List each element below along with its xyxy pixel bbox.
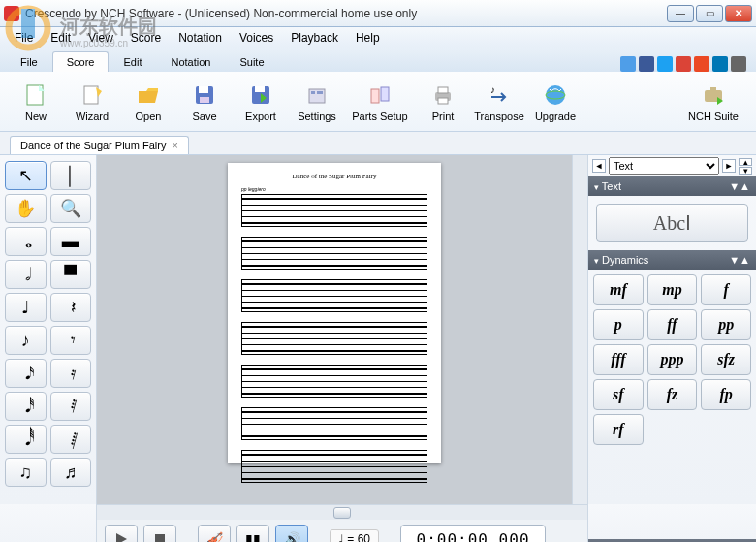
ribbon-tab-score[interactable]: Score [52,51,110,72]
dynamic-sf-button[interactable]: sf [593,379,644,410]
tempo-display[interactable]: ♩ = 60 [330,529,379,542]
horizontal-scrollbar[interactable] [97,504,587,520]
dynamic-sfz-button[interactable]: sfz [701,344,751,375]
linkedin-icon[interactable] [712,56,728,72]
svg-point-18 [546,85,565,105]
svg-rect-13 [381,87,389,101]
quarter-rest[interactable]: 𝄽 [50,293,92,322]
stop-button[interactable] [143,525,176,542]
dynamic-p-button[interactable]: p [593,309,644,340]
twitter-icon[interactable] [657,56,673,72]
svg-rect-15 [438,87,448,93]
whole-note[interactable]: 𝅝 [5,227,47,256]
toolbar-upgrade-button[interactable]: Upgrade [527,75,583,129]
toolbar-save-button[interactable]: Save [176,75,233,129]
dynamic-fff-button[interactable]: fff [593,344,644,375]
beam-group-4[interactable]: ♬ [50,458,92,487]
app-icon [4,6,19,21]
window-title: Crescendo by NCH Software - (Unlicensed)… [25,7,667,20]
eighth-note[interactable]: ♪ [5,326,47,355]
sixtyfourth-rest[interactable]: 𝅁 [50,425,92,454]
dynamic-mp-button[interactable]: mp [647,274,698,305]
vertical-scrollbar[interactable] [572,155,587,504]
toolbar-print-button[interactable]: Print [415,75,471,129]
close-tab-icon[interactable]: × [172,140,177,151]
document-tab[interactable]: Dance of the Sugar Plum Fairy × [10,136,189,154]
thumbs-up-icon[interactable] [620,56,636,72]
minimize-button[interactable]: — [667,5,694,22]
quarter-note[interactable]: ♩ [5,293,47,322]
audio-output-button[interactable]: 🔊 [275,525,308,542]
dynamic-ppp-button[interactable]: ppp [647,344,698,375]
ribbon-tab-suite[interactable]: Suite [225,51,278,72]
score-canvas[interactable]: Dance of the Sugar Plum Fairy pp leggier… [97,155,572,504]
ribbon-tab-notation[interactable]: Notation [156,51,225,72]
panel-prev-button[interactable]: ◄ [592,159,606,173]
ribbon-tab-edit[interactable]: Edit [109,51,156,72]
svg-rect-24 [155,534,165,542]
pointer-tool[interactable]: ↖ [5,161,47,190]
panel-down-icon[interactable]: ▾ [739,167,752,175]
menu-view[interactable]: View [79,29,122,47]
google-plus-icon[interactable] [676,56,691,72]
menu-help[interactable]: Help [347,29,389,47]
right-panel: ◄ Text ► ▴ ▾ ▾ Text ▼▲ AbcⅠ ▾ Dynamics ▼… [587,155,756,504]
dynamic-rf-button[interactable]: rf [593,414,644,445]
add-text-button[interactable]: AbcⅠ [596,204,748,242]
play-button[interactable] [105,525,138,542]
toolbar-transpose-button[interactable]: ♪Transpose [471,75,527,129]
menu-voices[interactable]: Voices [231,29,282,47]
whole-rest[interactable]: ▬ [50,227,92,256]
close-button[interactable]: ✕ [725,5,752,22]
svg-rect-12 [371,89,379,103]
dynamic-pp-button[interactable]: pp [701,309,751,340]
toolbar-nch-suite-button[interactable]: NCH Suite [678,75,748,129]
menu-edit[interactable]: Edit [42,29,79,47]
document-tabs: Dance of the Sugar Plum Fairy × [0,132,756,155]
thirtysecond-rest[interactable]: 𝅀 [50,392,92,421]
sixteenth-note[interactable]: 𝅘𝅥𝅯 [5,359,47,388]
stumbleupon-icon[interactable] [694,56,709,72]
dynamic-ff-button[interactable]: ff [647,309,698,340]
parts-icon [366,81,394,109]
beam-group[interactable]: ♫ [5,458,47,487]
toolbar-settings-button[interactable]: Settings [289,75,345,129]
dynamic-f-button[interactable]: f [701,274,751,305]
sixtyfourth-note[interactable]: 𝅘𝅥𝅱 [5,425,47,454]
barline-tool[interactable]: │ [50,161,92,190]
panel-category-select[interactable]: Text [609,157,719,175]
share-icon[interactable] [731,56,746,72]
ribbon-tab-file[interactable]: File [6,51,52,72]
zoom-tool[interactable]: 🔍 [50,194,92,223]
dynamic-fz-button[interactable]: fz [647,379,698,410]
menu-playback[interactable]: Playback [282,29,347,47]
panel-up-icon[interactable]: ▴ [739,158,752,166]
menu-score[interactable]: Score [122,29,170,47]
eighth-rest[interactable]: 𝄾 [50,326,92,355]
instruments-button[interactable]: 🎻 [198,525,231,542]
dynamic-mf-button[interactable]: mf [593,274,644,305]
dynamic-fp-button[interactable]: fp [701,379,751,410]
section-header-text[interactable]: ▾ Text ▼▲ [588,176,756,196]
menu-file[interactable]: File [6,29,42,47]
metronome-button[interactable]: ▮▮ [236,525,269,542]
half-rest[interactable]: ▀ [50,260,92,289]
toolbar-new-button[interactable]: New [8,75,64,129]
toolbar-wizard-button[interactable]: Wizard [64,75,120,129]
upgrade-icon [542,81,569,109]
thirtysecond-note[interactable]: 𝅘𝅥𝅰 [5,392,47,421]
suite-icon [700,81,727,109]
toolbar: NewWizardOpenSaveExportSettingsParts Set… [0,72,756,132]
menubar: FileEditViewScoreNotationVoicesPlaybackH… [0,27,756,48]
toolbar-open-button[interactable]: Open [120,75,176,129]
facebook-icon[interactable] [639,56,654,72]
section-header-dynamics[interactable]: ▾ Dynamics ▼▲ [588,250,756,270]
menu-notation[interactable]: Notation [170,29,231,47]
hand-tool[interactable]: ✋ [5,194,47,223]
sixteenth-rest[interactable]: 𝄿 [50,359,92,388]
half-note[interactable]: 𝅗𝅥 [5,260,47,289]
panel-next-button[interactable]: ► [722,159,736,173]
maximize-button[interactable]: ▭ [696,5,723,22]
toolbar-parts-setup-button[interactable]: Parts Setup [345,75,415,129]
toolbar-export-button[interactable]: Export [233,75,289,129]
